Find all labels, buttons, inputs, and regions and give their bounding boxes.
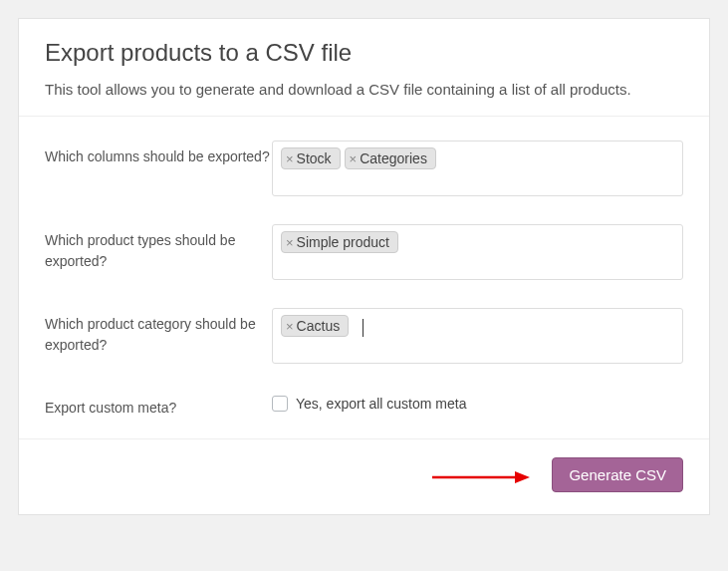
tag-label: Categories <box>360 150 427 166</box>
panel-footer: Generate CSV <box>19 438 709 514</box>
panel-header: Export products to a CSV file This tool … <box>19 19 709 116</box>
category-input[interactable]: × Cactus <box>272 308 683 364</box>
types-row: Which product types should be exported? … <box>45 210 683 294</box>
category-row: Which product category should be exporte… <box>45 294 683 378</box>
panel-body: Which columns should be exported? × Stoc… <box>19 116 709 438</box>
remove-icon[interactable]: × <box>286 319 294 334</box>
arrow-annotation-icon <box>430 467 530 487</box>
types-label: Which product types should be exported? <box>45 224 272 272</box>
meta-checkbox-wrap: Yes, export all custom meta <box>272 392 466 412</box>
tag-label: Simple product <box>297 234 389 250</box>
tag-cactus[interactable]: × Cactus <box>281 315 349 337</box>
generate-csv-button[interactable]: Generate CSV <box>552 457 683 492</box>
page-title: Export products to a CSV file <box>45 39 683 67</box>
export-panel: Export products to a CSV file This tool … <box>18 18 710 515</box>
meta-checkbox-label: Yes, export all custom meta <box>296 396 466 412</box>
svg-marker-1 <box>515 471 530 483</box>
columns-input[interactable]: × Stock × Categories <box>272 141 683 196</box>
meta-row: Export custom meta? Yes, export all cust… <box>45 378 683 432</box>
tag-label: Stock <box>297 150 332 166</box>
meta-checkbox[interactable] <box>272 396 288 412</box>
remove-icon[interactable]: × <box>286 151 294 166</box>
remove-icon[interactable]: × <box>350 151 358 166</box>
tag-simple-product[interactable]: × Simple product <box>281 231 398 253</box>
remove-icon[interactable]: × <box>286 235 294 250</box>
tag-stock[interactable]: × Stock <box>281 147 341 169</box>
page-description: This tool allows you to generate and dow… <box>45 81 683 98</box>
types-input[interactable]: × Simple product <box>272 224 683 280</box>
category-label: Which product category should be exporte… <box>45 308 272 356</box>
tag-label: Cactus <box>297 318 341 334</box>
columns-label: Which columns should be exported? <box>45 141 272 167</box>
text-cursor <box>363 319 364 337</box>
meta-label: Export custom meta? <box>45 392 272 419</box>
columns-row: Which columns should be exported? × Stoc… <box>45 127 683 210</box>
tag-categories[interactable]: × Categories <box>345 147 436 169</box>
